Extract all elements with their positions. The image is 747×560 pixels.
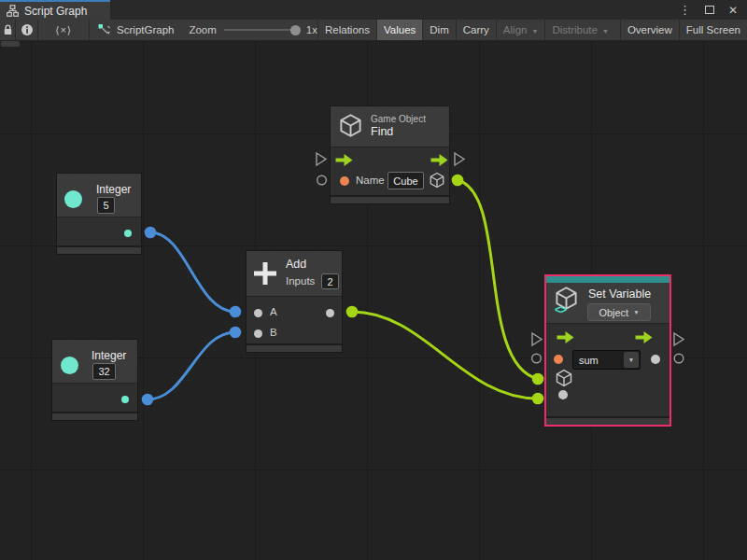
dim-button[interactable]: Dim — [422, 20, 455, 40]
port-endpoint-integer5-out[interactable] — [145, 227, 157, 239]
port-endpoint-integer32-out[interactable] — [142, 394, 154, 406]
tab-title: Script Graph — [24, 5, 87, 18]
node-footer — [57, 245, 141, 254]
input-b-port[interactable] — [254, 329, 262, 338]
port-endpoint-add-out[interactable] — [346, 306, 359, 318]
zoom-slider[interactable] — [224, 29, 299, 31]
node-set-variable[interactable]: <> Set Variable Object ▼ sum ▼ — [544, 274, 671, 427]
flow-in-arrow-icon[interactable] — [557, 331, 574, 343]
wire-add-to-setvariable-value[interactable] — [352, 312, 538, 399]
flow-in-arrow-icon[interactable] — [335, 154, 353, 166]
zoom-value: 1x — [306, 24, 317, 35]
distribute-button[interactable]: Distribute▼ — [544, 20, 615, 40]
wire-find-to-setvariable-object[interactable] — [458, 180, 538, 379]
chevron-down-icon: ▼ — [633, 309, 639, 315]
integer-output-port[interactable] — [121, 396, 129, 403]
find-name-in-circle[interactable] — [317, 175, 327, 185]
node-header[interactable]: Add Inputs — [247, 251, 342, 297]
setvar-name-in-circle[interactable] — [532, 354, 542, 363]
input-b-label: B — [270, 327, 277, 338]
find-flow-in-triangle[interactable] — [317, 153, 326, 165]
info-icon — [21, 23, 34, 36]
align-button[interactable]: Align▼ — [496, 20, 545, 40]
graph-name-label: ScriptGraph — [117, 24, 174, 35]
port-endpoint-add-a-in[interactable] — [230, 306, 242, 318]
chevron-down-icon: ▼ — [531, 27, 538, 34]
integer-value-field[interactable] — [97, 197, 115, 214]
integer-icon — [61, 357, 78, 374]
node-integer-5[interactable]: Integer — [56, 173, 142, 255]
script-graph-icon — [98, 23, 111, 36]
input-a-port[interactable] — [254, 309, 262, 317]
node-header[interactable]: Integer — [57, 174, 141, 217]
port-endpoint-setvar-value-in[interactable] — [532, 393, 544, 405]
wire-integer32-to-add-b[interactable] — [148, 332, 235, 399]
name-port-label: Name — [356, 175, 385, 186]
inputs-count-field[interactable] — [321, 273, 339, 289]
chevron-down-icon: ▼ — [602, 27, 609, 34]
lock-button[interactable] — [0, 20, 16, 40]
graph-toolbar: ⟨×⟩ ScriptGraph Zoom 1x Relations Values… — [0, 20, 747, 41]
zoom-slider-thumb[interactable] — [290, 25, 301, 35]
integer-output-port[interactable] — [124, 230, 132, 237]
graph-hierarchy-icon — [7, 5, 19, 17]
window-menu-icon[interactable]: ⋮ — [679, 4, 691, 16]
flow-out-arrow-icon[interactable] — [430, 154, 448, 166]
setvar-flow-out-triangle[interactable] — [674, 333, 684, 345]
sum-output-port[interactable] — [326, 309, 334, 317]
node-footer — [247, 343, 342, 352]
setvar-flow-in-triangle[interactable] — [532, 333, 542, 345]
relations-button[interactable]: Relations — [317, 20, 376, 40]
fullscreen-button[interactable]: Full Screen — [679, 20, 747, 40]
port-endpoint-add-b-in[interactable] — [230, 327, 242, 339]
variable-name-port[interactable] — [554, 355, 563, 364]
node-integer-32[interactable]: Integer — [51, 339, 138, 421]
close-icon[interactable]: ✕ — [728, 5, 738, 16]
node-header[interactable]: <> Set Variable Object ▼ — [546, 283, 669, 324]
node-type-label: Game Object — [371, 114, 426, 124]
lock-icon — [2, 23, 14, 36]
node-title: Integer — [92, 349, 126, 362]
input-a-label: A — [270, 306, 277, 317]
value-input-port[interactable] — [558, 390, 568, 399]
port-endpoint-find-out[interactable] — [452, 175, 464, 187]
name-value-field[interactable] — [388, 172, 424, 189]
graph-inspector-button[interactable] — [16, 20, 38, 40]
inputs-label: Inputs — [286, 275, 315, 287]
variable-scope-dropdown[interactable]: Object ▼ — [587, 303, 651, 321]
node-header[interactable]: Integer — [52, 340, 137, 384]
values-button[interactable]: Values — [376, 20, 422, 40]
variable-kind-strip — [546, 276, 669, 283]
node-title: Set Variable — [588, 287, 651, 301]
value-output-port[interactable] — [651, 355, 660, 364]
target-object-port-cube-icon[interactable] — [555, 369, 573, 387]
node-footer — [546, 416, 669, 425]
overview-button[interactable]: Overview — [620, 20, 679, 40]
port-endpoint-setvar-object-in[interactable] — [532, 373, 544, 385]
toolbar-menu: Relations Values Dim Carry Align▼ Distri… — [317, 20, 747, 40]
cube-icon — [338, 113, 363, 138]
node-gameobject-find[interactable]: Game Object Find Name — [330, 105, 450, 204]
integer-value-field[interactable] — [92, 363, 116, 380]
find-flow-out-triangle[interactable] — [455, 153, 464, 165]
wire-integer5-to-add-a[interactable] — [150, 232, 235, 312]
chevron-down-icon[interactable]: ▼ — [624, 352, 639, 368]
carry-button[interactable]: Carry — [456, 20, 496, 40]
gameobject-out-cube-icon[interactable] — [429, 172, 445, 189]
variable-brackets-icon: <> — [555, 303, 566, 316]
graph-canvas[interactable]: Game Object Find Name Integer — [0, 41, 747, 560]
node-header[interactable]: Game Object Find — [331, 106, 449, 147]
graph-breadcrumb[interactable]: ScriptGraph — [90, 20, 183, 40]
integer-icon — [64, 190, 82, 208]
name-input-port[interactable] — [340, 176, 349, 186]
flow-out-arrow-icon[interactable] — [635, 331, 653, 343]
setvar-value-out-circle[interactable] — [674, 354, 684, 363]
variables-toggle-button[interactable]: ⟨×⟩ — [38, 20, 90, 40]
node-add[interactable]: Add Inputs A B — [246, 250, 343, 353]
maximize-icon[interactable] — [705, 6, 714, 14]
title-bar: Script Graph ⋮ ✕ — [0, 0, 747, 20]
node-footer — [331, 195, 449, 203]
variable-name-dropdown[interactable]: sum ▼ — [572, 350, 641, 370]
node-title: Find — [371, 125, 393, 138]
tab-script-graph[interactable]: Script Graph — [0, 0, 110, 20]
